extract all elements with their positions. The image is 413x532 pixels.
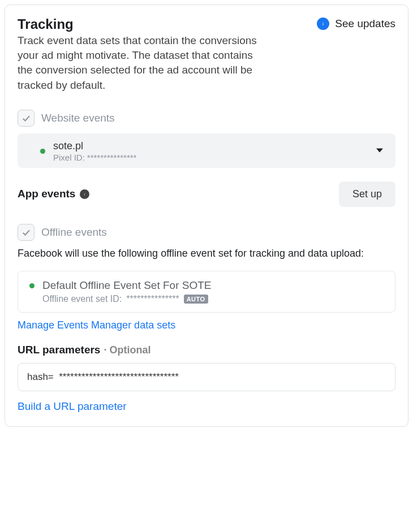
check-icon — [21, 113, 31, 123]
offline-events-label: Offline events — [41, 226, 107, 239]
page-title: Tracking — [18, 16, 266, 32]
chevron-down-icon[interactable] — [376, 146, 383, 156]
manage-events-link[interactable]: Manage Events Manager data sets — [18, 319, 175, 331]
header-row: Tracking Track event data sets that cont… — [18, 16, 395, 93]
header-left: Tracking Track event data sets that cont… — [18, 16, 266, 93]
offline-events-checkbox[interactable] — [18, 224, 35, 241]
pixel-info: sote.pl Pixel ID: *************** — [53, 140, 368, 162]
status-dot-icon — [29, 283, 35, 288]
website-events-section: Website events sote.pl Pixel ID: *******… — [18, 110, 395, 168]
website-events-row: Website events — [18, 110, 395, 127]
offline-event-set-block: Default Offline Event Set For SOTE Offli… — [18, 271, 395, 313]
info-icon — [317, 18, 329, 30]
pixel-id-value: *************** — [87, 153, 137, 162]
auto-badge: AUTO — [184, 295, 208, 304]
page-subtitle: Track event data sets that contain the c… — [18, 33, 266, 93]
check-icon — [21, 227, 31, 237]
see-updates-button[interactable]: See updates — [317, 18, 395, 30]
info-icon[interactable] — [80, 189, 89, 199]
tracking-card: Tracking Track event data sets that cont… — [5, 5, 408, 427]
url-params-optional: · Optional — [104, 344, 150, 356]
offline-sub: Offline event set ID: *************** AU… — [42, 294, 384, 304]
website-events-checkbox[interactable] — [18, 110, 35, 127]
url-params-label: URL parameters — [18, 344, 100, 356]
pixel-id-label: Pixel ID: — [53, 153, 85, 162]
see-updates-label: See updates — [335, 18, 395, 30]
website-events-label: Website events — [41, 112, 115, 124]
offline-events-row: Offline events — [18, 224, 395, 241]
build-url-parameter-link[interactable]: Build a URL parameter — [18, 400, 127, 413]
pixel-sub: Pixel ID: *************** — [53, 153, 368, 162]
offline-header: Default Offline Event Set For SOTE — [29, 279, 384, 292]
offline-set-name: Default Offline Event Set For SOTE — [42, 279, 212, 292]
status-dot-icon — [40, 149, 45, 154]
pixel-name: sote.pl — [53, 140, 368, 152]
app-events-left: App events — [18, 188, 89, 200]
pixel-selector[interactable]: sote.pl Pixel ID: *************** — [18, 133, 395, 168]
app-events-label: App events — [18, 188, 75, 200]
app-events-row: App events Set up — [18, 181, 395, 207]
offline-set-id-value: *************** — [126, 294, 179, 304]
offline-set-id-label: Offline event set ID: — [42, 294, 122, 304]
url-params-input[interactable] — [18, 363, 395, 391]
offline-events-section: Offline events Facebook will use the fol… — [18, 224, 395, 331]
url-params-header: URL parameters · Optional — [18, 344, 395, 356]
setup-button[interactable]: Set up — [339, 181, 395, 207]
offline-events-description: Facebook will use the following offline … — [18, 246, 395, 261]
